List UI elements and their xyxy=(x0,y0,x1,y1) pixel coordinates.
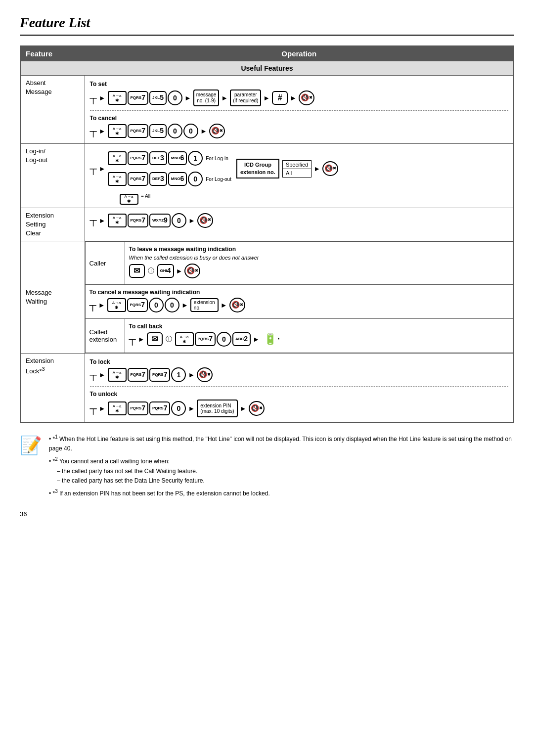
pqrs7-unlock1: PQRS7 xyxy=(128,401,148,415)
jkl5-key2: JKL5 xyxy=(149,124,167,138)
speaker-key-login: 🔇✖ xyxy=(322,161,338,176)
handset-icon: ┬ xyxy=(90,126,97,137)
0-msg2: 0 xyxy=(165,298,179,312)
col-feature-header: Feature xyxy=(20,46,85,61)
astar-all-key: A→a✱ xyxy=(120,194,138,205)
operation-ext-setting-clear: ┬ ► A→a✱ PQRS7 WXYZ9 0 ► 🔇✖ xyxy=(85,208,514,241)
astar-key-unlock: A→a✱ xyxy=(108,401,127,415)
pqrs7-msg: PQRS7 xyxy=(127,298,148,312)
handset-icon: ┬ xyxy=(90,403,97,414)
mno6-logout: MNO6 xyxy=(168,172,187,186)
page-number: 36 xyxy=(20,510,514,518)
operation-msg-waiting: Caller To leave a message waiting indica… xyxy=(85,241,514,354)
0-msg1: 0 xyxy=(149,298,164,312)
handset-icon: ┬ xyxy=(90,163,97,175)
astar-key-lock: A→a✱ xyxy=(108,368,127,382)
0-cb: 0 xyxy=(217,332,231,347)
astar-key: A→a✱ xyxy=(108,124,127,138)
note-1: *1 When the Hot Line feature is set usin… xyxy=(49,433,514,453)
ghi4-key: GHI4 xyxy=(157,264,174,278)
astar-key-cb: A→a✱ xyxy=(175,332,194,346)
wxyz9-ext: WXYZ9 xyxy=(149,214,171,227)
notes-section: 📝 *1 When the Hot Line feature is set us… xyxy=(20,433,514,500)
def3-logout: DEF3 xyxy=(149,172,167,186)
pqrs7-key2: PQRS7 xyxy=(128,124,148,138)
pqrs7-logout: PQRS7 xyxy=(128,172,148,186)
speaker-key-set: 🔇✖ xyxy=(299,90,314,105)
envelope-key: ✉ xyxy=(129,264,145,278)
note-icon: 📝 xyxy=(20,435,42,456)
operation-ext-lock: To lock ┬ ► A→a✱ PQRS7 PQRS7 1 ► 🔇✖ To u… xyxy=(85,354,514,423)
msg-waiting-note: When the called extension is busy or doe… xyxy=(129,255,509,261)
0-key3: 0 xyxy=(183,124,198,138)
pqrs7-ext: PQRS7 xyxy=(128,214,148,227)
hash-key: # xyxy=(272,91,288,105)
abc2-cb: ABC2 xyxy=(232,332,251,346)
operation-absent-message: To set ┬ ► A→a✱ PQRS7 JKL5 0 ► messageno… xyxy=(85,76,514,144)
divider xyxy=(90,110,509,111)
specified-row: Specified xyxy=(283,161,311,169)
mno6-login: MNO6 xyxy=(168,151,187,165)
astar-key-logout: A→a✱ xyxy=(108,172,127,186)
parameter-box: parameter(if required) xyxy=(230,89,261,106)
or-text2: Ⓘ xyxy=(166,335,172,344)
callback-operation: To call back ┬ ► ✉ Ⓘ A→a✱ PQRS7 0 ABC2 ► xyxy=(125,319,513,353)
feature-ext-lock: ExtensionLock*3 xyxy=(20,354,85,423)
pqrs7-lock2: PQRS7 xyxy=(149,368,170,382)
extension-no-box: extensionno. xyxy=(190,298,219,312)
message-box: messageno. (1-9) xyxy=(193,89,220,106)
0-logout: 0 xyxy=(188,172,203,186)
note-2b: – the called party has set the Data Line… xyxy=(57,476,514,486)
specified-all-box: Specified All xyxy=(282,160,312,178)
feature-ext-setting-clear: ExtensionSettingClear xyxy=(20,208,85,241)
caller-label: Caller xyxy=(85,242,125,285)
table-row: ExtensionLock*3 To lock ┬ ► A→a✱ PQRS7 P… xyxy=(20,354,514,423)
1-login: 1 xyxy=(188,151,203,166)
caller-operation: To leave a message waiting indication Wh… xyxy=(125,242,513,285)
note-2a: – the called party has not set the Call … xyxy=(57,467,514,476)
pqrs7-login: PQRS7 xyxy=(128,151,148,165)
all-row: All xyxy=(283,169,311,177)
astar-key-login: A→a✱ xyxy=(108,151,127,165)
col-operation-header: Operation xyxy=(85,46,514,61)
pqrs7-lock1: PQRS7 xyxy=(128,368,148,382)
for-login-label: For Log-in xyxy=(206,156,228,161)
subheader: Useful Features xyxy=(20,61,514,76)
0-ext: 0 xyxy=(172,213,186,228)
ext-pin-box: extension PIN(max. 10 digits) xyxy=(197,400,237,417)
table-row: AbsentMessage To set ┬ ► A→a✱ PQRS7 JKL5… xyxy=(20,76,514,144)
0-unlock: 0 xyxy=(171,401,186,416)
astar-key-ext: A→a✱ xyxy=(108,214,127,227)
feature-msg-waiting: MessageWaiting xyxy=(20,241,85,354)
feature-absent-message: AbsentMessage xyxy=(20,76,85,144)
speaker-key-cancel: 🔇✖ xyxy=(209,124,225,138)
astar-all-note: A→a✱ = All xyxy=(120,193,151,199)
envelope-key2: ✉ xyxy=(147,332,163,346)
handset-icon: ┬ xyxy=(89,300,96,311)
page-title: Feature List xyxy=(20,15,514,31)
0-key: 0 xyxy=(168,90,182,105)
note-3: *3 If an extension PIN has not been set … xyxy=(49,488,514,498)
pqrs7-cb: PQRS7 xyxy=(195,332,216,346)
feature-table: Feature Operation Useful Features Absent… xyxy=(20,45,514,423)
table-row: MessageWaiting Caller To leave a message… xyxy=(20,241,514,354)
for-logout-label: For Log-out xyxy=(206,177,231,182)
note-2: *2 You cannot send a call waiting tone w… xyxy=(49,455,514,486)
handset-icon: ┬ xyxy=(90,369,97,381)
speaker-key-msg-cancel: 🔇✖ xyxy=(229,298,245,312)
handset-icon: ┬ xyxy=(90,92,97,104)
handset-icon: ┬ xyxy=(129,334,136,345)
handset-icon: ┬ xyxy=(90,215,97,226)
msg-cancel-operation: To cancel a message waiting indication ┬… xyxy=(85,285,513,319)
table-row: Log-in/Log-out ┬ ► A→a✱ PQRS7 DEF3 MNO6 … xyxy=(20,144,514,208)
speaker-key-lock: 🔇✖ xyxy=(197,367,213,382)
1-lock: 1 xyxy=(171,367,186,382)
feature-login-logout: Log-in/Log-out xyxy=(20,144,85,208)
notes-text: *1 When the Hot Line feature is set usin… xyxy=(49,433,514,500)
handsfree-icon: 🔋‧ xyxy=(264,333,280,346)
or-text: Ⓘ xyxy=(148,267,154,275)
def3-login: DEF3 xyxy=(149,151,167,165)
called-ext-label: Calledextension xyxy=(85,319,125,353)
icd-group-box: ICD Groupextension no. xyxy=(236,159,279,179)
table-row: ExtensionSettingClear ┬ ► A→a✱ PQRS7 WXY… xyxy=(20,208,514,241)
